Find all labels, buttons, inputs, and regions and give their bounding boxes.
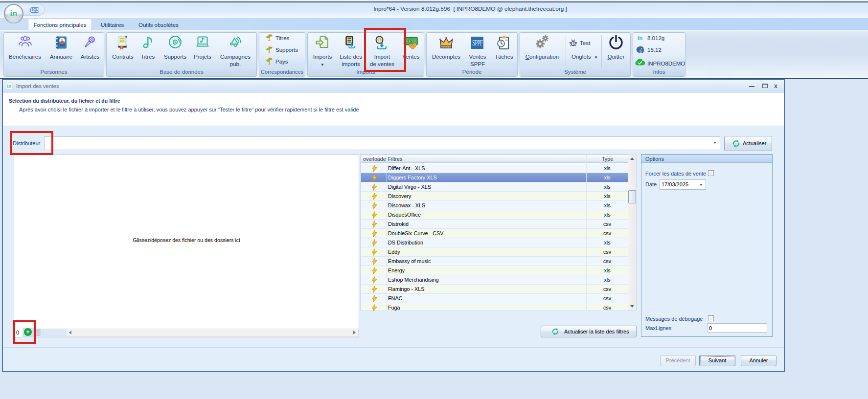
svg-text:$: $ xyxy=(410,39,412,44)
svg-text:SPPF: SPPF xyxy=(472,38,483,47)
